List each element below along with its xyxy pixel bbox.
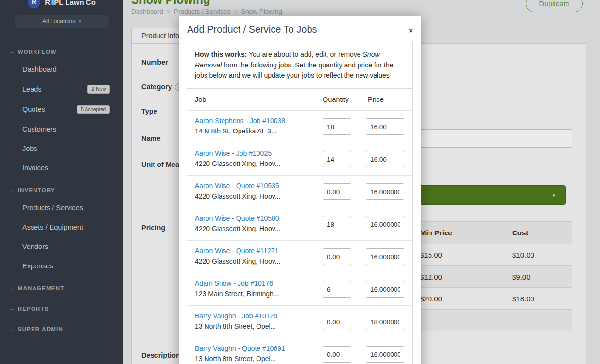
modal-content-box: How this works: You are about to add, ed… xyxy=(187,42,413,364)
jobs-table-header: Job Quantity Price xyxy=(187,89,412,110)
quantity-input[interactable] xyxy=(323,248,351,265)
job-link[interactable]: Barry Vaughn - Job #10129 xyxy=(195,311,308,321)
job-link[interactable]: Aaron Wise - Quote #10535 xyxy=(195,181,308,191)
job-row: Barry Vaughn - Job #10129 13 North 8th S… xyxy=(187,305,412,338)
job-column-header: Job xyxy=(187,96,315,103)
quantity-input[interactable] xyxy=(323,151,351,167)
quantity-column-header: Quantity xyxy=(315,96,360,103)
job-address: 4220 Glasscott Xing, Hoov... xyxy=(195,224,308,234)
price-input[interactable] xyxy=(366,281,404,298)
price-input[interactable] xyxy=(366,346,404,363)
how-this-works-bold: How this works: xyxy=(195,50,247,58)
quantity-input[interactable] xyxy=(323,118,351,135)
job-link[interactable]: Adam Snow - Job #10176 xyxy=(195,279,308,289)
add-product-modal: Add Product / Service To Jobs × How this… xyxy=(179,16,421,364)
how-this-works-text2: from the following jobs. Set the quantit… xyxy=(195,61,394,80)
job-row: Adam Snow - Job #10176 123 Main Street, … xyxy=(187,273,412,305)
close-button[interactable]: × xyxy=(409,27,413,34)
job-address: 4220 Glasscott Xing, Hoov... xyxy=(195,159,308,169)
price-input[interactable] xyxy=(366,183,404,200)
quantity-input[interactable] xyxy=(323,281,351,298)
close-icon: × xyxy=(409,26,413,34)
how-this-works-text1: You are about to add, edit, or remove xyxy=(247,50,362,58)
job-link[interactable]: Aaron Wise - Quote #10580 xyxy=(195,214,308,224)
job-row: Aaron Wise - Quote #11271 4220 Glasscott… xyxy=(187,240,412,273)
job-link[interactable]: Aaron Wise - Job #10025 xyxy=(195,149,308,159)
job-link[interactable]: Barry Vaughn - Quote #10691 xyxy=(195,344,308,354)
job-row: Barry Vaughn - Quote #10691 13 North 8th… xyxy=(187,338,412,364)
job-address: 123 Main Street, Birmingh... xyxy=(195,289,308,299)
modal-header: Add Product / Service To Jobs × xyxy=(179,16,421,42)
how-this-works-text: How this works: You are about to add, ed… xyxy=(187,42,412,89)
price-input[interactable] xyxy=(366,248,404,265)
job-address: 14 N 8th St, Opelika AL 3... xyxy=(195,126,308,136)
price-input[interactable] xyxy=(366,118,404,135)
job-address: 4220 Glasscott Xing, Hoov... xyxy=(195,191,308,201)
job-row: Aaron Stephens - Job #10038 14 N 8th St,… xyxy=(187,110,412,143)
job-row: Aaron Wise - Job #10025 4220 Glasscott X… xyxy=(187,143,412,175)
job-address: 4220 Glasscott Xing, Hoov... xyxy=(195,256,308,266)
quantity-input[interactable] xyxy=(323,183,351,200)
price-input[interactable] xyxy=(366,216,404,232)
job-address: 13 North 8th Street, Opel... xyxy=(195,321,308,331)
quantity-input[interactable] xyxy=(323,314,351,330)
job-link[interactable]: Aaron Wise - Quote #11271 xyxy=(195,246,308,256)
job-row: Aaron Wise - Quote #10535 4220 Glasscott… xyxy=(187,175,412,208)
price-input[interactable] xyxy=(366,151,404,167)
quantity-input[interactable] xyxy=(323,216,351,232)
price-column-header: Price xyxy=(360,96,412,103)
job-address: 13 North 8th Street, Opel... xyxy=(195,354,308,364)
job-link[interactable]: Aaron Stephens - Job #10038 xyxy=(195,116,308,126)
job-row: Aaron Wise - Quote #10580 4220 Glasscott… xyxy=(187,208,412,240)
quantity-input[interactable] xyxy=(323,346,351,363)
modal-title: Add Product / Service To Jobs xyxy=(187,24,411,35)
price-input[interactable] xyxy=(366,314,404,330)
